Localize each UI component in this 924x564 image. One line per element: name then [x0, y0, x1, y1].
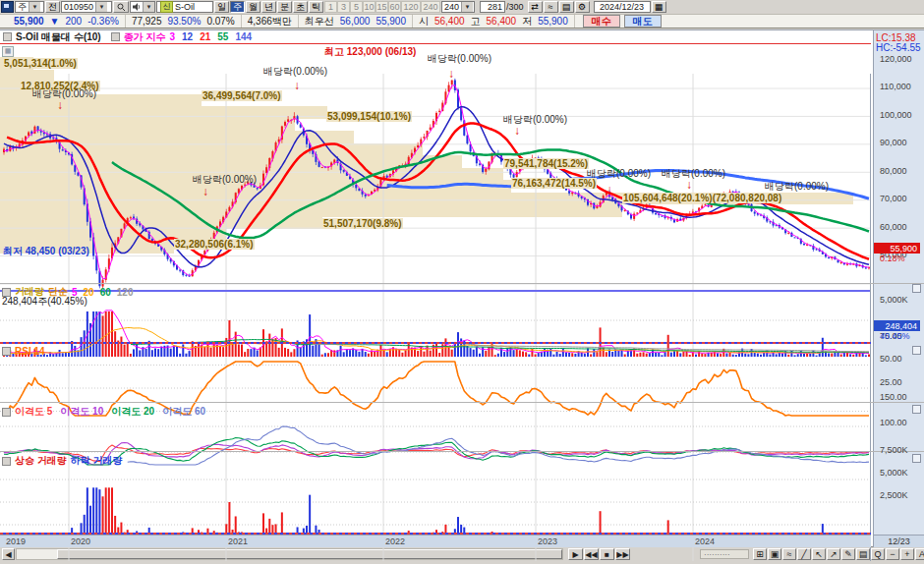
save-icon[interactable]: ▤: [559, 1, 574, 13]
axis-tick-label: 100.00: [880, 418, 907, 427]
volume-readout: 248,404주(40.45%): [2, 295, 87, 309]
interval-cell-3[interactable]: 3: [337, 1, 350, 13]
interval-value: 240: [444, 2, 459, 12]
ex-dividend-arrow-icon: ↓: [448, 68, 454, 80]
axis-tick-label: 60,000: [880, 222, 907, 232]
sell-button[interactable]: 매도: [624, 15, 662, 28]
trade-value: 4,366백만: [248, 15, 292, 28]
interval-cell-10[interactable]: 10: [363, 1, 375, 13]
price-change-pct: -0.36%: [87, 16, 119, 27]
axis-tick-label: 25.00: [880, 377, 902, 387]
overlay-title: 종가 지수: [124, 30, 166, 44]
disparity-label: 이격도 10: [60, 405, 103, 419]
font-icon[interactable]: A: [915, 548, 924, 560]
chart-type-combo[interactable]: 주▼: [15, 1, 44, 13]
top-toolbar: 주▼ 전 010950▼ ▼ 신 S-Oil 일주월년분초틱 135101560…: [0, 0, 924, 14]
stock-code-value: 010950: [64, 2, 93, 12]
disparity-label: 이격도 20: [111, 405, 154, 419]
panel-separator[interactable]: [0, 451, 924, 452]
stock-code-combo[interactable]: 010950▼: [61, 1, 112, 13]
sound-combo[interactable]: ▼: [130, 1, 155, 13]
volume-badge-pct: 40.45%: [880, 331, 910, 341]
interval-cell-5[interactable]: 5: [350, 1, 363, 13]
panel-restore-icon[interactable]: [912, 346, 921, 355]
speaker-icon: [133, 3, 141, 11]
chevron-down-icon: ▼: [29, 2, 40, 12]
collapse-box-icon[interactable]: [111, 32, 120, 41]
axis-tick-label: 2,500K: [880, 490, 908, 500]
year-label-2024: 2024: [695, 536, 715, 546]
axis-tick-label: 100,000: [880, 110, 912, 120]
calendar-button[interactable]: ▦: [652, 1, 666, 13]
interval-cell-60[interactable]: 60: [388, 1, 401, 13]
prev-stock-button[interactable]: 전: [45, 1, 60, 13]
collapse-box-icon[interactable]: [2, 408, 11, 417]
chart-canvas[interactable]: [0, 74, 871, 562]
volume-value: 77,925: [132, 16, 162, 27]
period-tab-초[interactable]: 초: [293, 1, 308, 13]
price-info-bar: 55,900 ▼ 200 -0.36% 77,925 93.50% 0.07% …: [0, 14, 924, 28]
axis-tick-label: 7,500K: [880, 445, 908, 455]
axis-tick-label: 5,000K: [880, 295, 908, 305]
collapse-box-icon[interactable]: [2, 347, 11, 356]
panel-separator[interactable]: [0, 402, 924, 403]
period-tab-년[interactable]: 년: [261, 1, 276, 13]
volume-ratio: 93.50%: [167, 16, 201, 27]
rsi-panel-header: RSI 14: [2, 346, 45, 357]
current-price: 55,900: [14, 16, 44, 27]
interval-cell-1[interactable]: 1: [324, 1, 337, 13]
volume-profile-label: 36,499,564(7.0%): [202, 90, 282, 101]
interval-cells: 135101560120240: [324, 1, 440, 13]
chart-region[interactable]: S-Oil 매물대 수(10) 종가 지수 3122155144 ▦ 5,051…: [0, 29, 924, 546]
panel-restore-icon[interactable]: [912, 405, 921, 414]
new-stock-badge: 신: [160, 1, 173, 13]
zoom-in-icon[interactable]: +: [900, 548, 914, 560]
rsi-title: RSI 14: [15, 346, 45, 357]
date-field[interactable]: 2024/12/23: [594, 1, 651, 13]
collapse-box-icon[interactable]: [2, 457, 11, 466]
axis-tick-label: 50.00: [880, 354, 902, 364]
collapse-box-icon[interactable]: [3, 32, 12, 41]
interval-cell-240[interactable]: 240: [421, 1, 440, 13]
period-tab-월[interactable]: 월: [246, 1, 260, 13]
window-icon[interactable]: [1, 1, 14, 13]
bar-position-field[interactable]: 281: [480, 1, 505, 13]
high-annotation: 최고 123,000 (06/13): [324, 46, 416, 57]
stock-change-icon[interactable]: ⇄: [528, 1, 543, 13]
updown-panel-header: 상승 거래량 하락 거래량: [2, 454, 123, 468]
period-tab-주[interactable]: 주: [230, 1, 245, 13]
best-ask: 56,000: [340, 16, 371, 27]
compare-chart-icon[interactable]: ≈: [544, 1, 558, 13]
ex-dividend-label: 배당락(0.00%): [662, 168, 725, 179]
panel-restore-icon[interactable]: [912, 284, 921, 293]
panel-restore-icon[interactable]: [912, 454, 921, 463]
search-button[interactable]: [113, 1, 129, 13]
ex-dividend-arrow-icon: ↓: [606, 184, 612, 196]
axis-tick-label: 80,000: [880, 166, 907, 176]
ma-period-label: 3: [169, 31, 175, 42]
year-label-2020: 2020: [71, 536, 90, 546]
ex-dividend-arrow-icon: ↓: [57, 99, 63, 111]
disparity-label: 이격도 5: [15, 405, 52, 419]
period-tab-분[interactable]: 분: [277, 1, 292, 13]
interval-cell-15[interactable]: 15: [375, 1, 388, 13]
down-arrow-icon: ▼: [50, 16, 60, 27]
period-tab-일[interactable]: 일: [214, 1, 229, 13]
interval-combo[interactable]: 240▼: [441, 1, 475, 13]
settings-gear-icon[interactable]: ⚙: [575, 1, 590, 13]
price-change: 200: [66, 16, 83, 27]
period-tab-틱[interactable]: 틱: [309, 1, 323, 13]
panel-separator[interactable]: [0, 283, 924, 284]
zoom-out-icon[interactable]: −: [886, 548, 899, 560]
panel-separator-dotted[interactable]: [0, 342, 871, 344]
ex-dividend-label: 배당락(0.00%): [503, 114, 567, 125]
low-label: 저: [522, 15, 532, 28]
up-volume-label: 상승 거래량: [15, 454, 67, 468]
stock-name-field: 신 S-Oil: [156, 1, 213, 13]
grid-icon[interactable]: ▦: [2, 46, 14, 57]
zoom-icon[interactable]: Q: [871, 548, 885, 560]
year-label-2023: 2023: [538, 536, 557, 546]
search-icon: [117, 3, 126, 12]
buy-button[interactable]: 매수: [583, 15, 620, 28]
interval-cell-120[interactable]: 120: [401, 1, 421, 13]
